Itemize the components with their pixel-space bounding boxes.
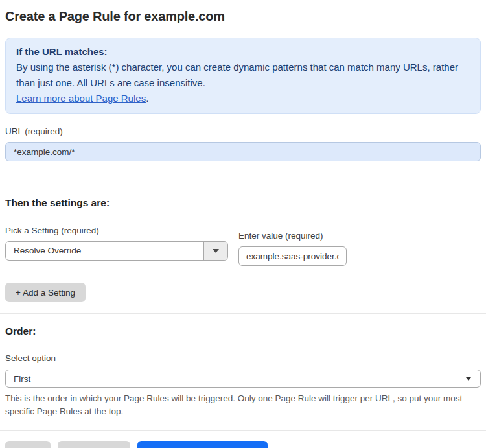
chevron-down-icon	[213, 249, 219, 253]
order-help-text: This is the order in which your Page Rul…	[5, 392, 481, 418]
add-setting-button[interactable]: + Add a Setting	[5, 283, 86, 302]
chevron-down-icon	[466, 377, 471, 381]
dropdown-arrow-button[interactable]	[203, 242, 227, 260]
url-field-label: URL (required)	[5, 126, 481, 137]
setting-value-input[interactable]	[238, 246, 347, 266]
page-title: Create a Page Rule for example.com	[5, 8, 481, 24]
pick-setting-label: Pick a Setting (required)	[5, 226, 228, 236]
footer-actions: Cancel Save as Draft Save and Deploy Pag…	[5, 441, 481, 448]
section-divider	[0, 313, 486, 314]
pick-setting-selected-value: Resolve Override	[6, 242, 203, 260]
section-divider	[0, 185, 486, 185]
order-dropdown[interactable]: First	[5, 370, 481, 388]
learn-more-link[interactable]: Learn more about Page Rules	[16, 93, 146, 104]
url-match-info-box: If the URL matches: By using the asteris…	[5, 38, 481, 114]
settings-row: Pick a Setting (required) Resolve Overri…	[5, 226, 481, 266]
info-box-heading: If the URL matches:	[16, 44, 470, 60]
link-period: .	[146, 93, 148, 104]
order-section-heading: Order:	[5, 325, 481, 337]
info-box-link-line: Learn more about Page Rules.	[16, 91, 470, 106]
settings-section-heading: Then the settings are:	[5, 196, 481, 209]
order-select-label: Select option	[5, 353, 481, 364]
cancel-button[interactable]: Cancel	[5, 441, 51, 448]
order-selected-value: First	[14, 374, 30, 384]
enter-value-column: Enter value (required)	[238, 226, 347, 266]
enter-value-label: Enter value (required)	[238, 231, 347, 241]
pick-setting-dropdown[interactable]: Resolve Override	[5, 241, 228, 261]
page-rule-form: Create a Page Rule for example.com If th…	[0, 8, 486, 448]
info-box-body: By using the asterisk (*) character, you…	[16, 60, 470, 91]
save-as-draft-button[interactable]: Save as Draft	[58, 441, 130, 448]
footer-divider	[0, 430, 486, 431]
pick-setting-column: Pick a Setting (required) Resolve Overri…	[5, 226, 228, 266]
save-and-deploy-button[interactable]: Save and Deploy Page Rule	[137, 441, 268, 448]
url-input[interactable]	[5, 142, 481, 161]
